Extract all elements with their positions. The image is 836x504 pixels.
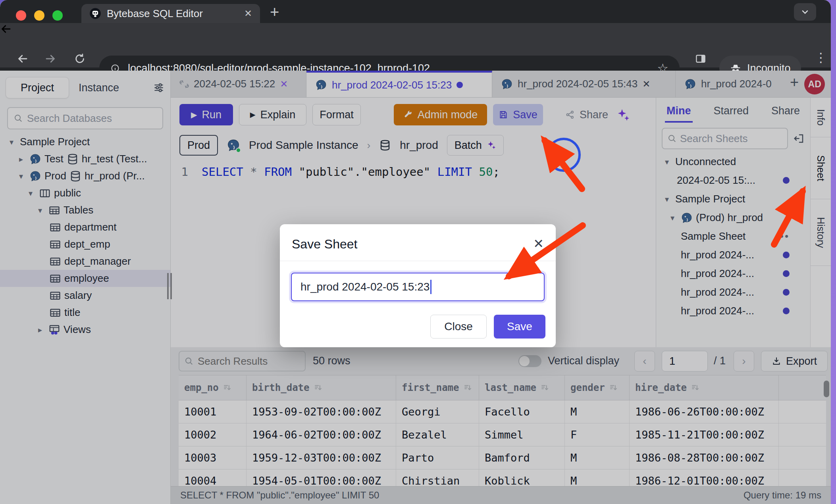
save-sheet-modal: Save Sheet ✕ hr_prod 2024-02-05 15:23 Cl…: [280, 224, 556, 347]
minimize-window-button[interactable]: [34, 10, 44, 21]
modal-title: Save Sheet: [292, 237, 357, 252]
new-tab-button[interactable]: +: [270, 3, 279, 21]
modal-close-icon[interactable]: ✕: [533, 236, 544, 251]
text-cursor: [430, 280, 431, 294]
side-panel-icon[interactable]: [695, 53, 707, 65]
chevron-down-icon: [800, 7, 810, 17]
modal-close-button[interactable]: Close: [430, 315, 487, 339]
browser-menu-kebab[interactable]: ⋮: [815, 50, 827, 65]
window-controls: [16, 10, 63, 21]
modal-save-button[interactable]: Save: [494, 315, 545, 339]
modal-divider: [280, 261, 556, 261]
modal-buttons: Close Save: [430, 315, 545, 339]
sheet-name-input[interactable]: hr_prod 2024-02-05 15:23: [291, 273, 545, 301]
save-label: Save: [507, 320, 532, 333]
bytebase-favicon: [89, 8, 101, 19]
browser-window: Bytebase SQL Editor ✕ + localhost:8080/s…: [0, 0, 831, 504]
tab-search-button[interactable]: [794, 3, 816, 21]
back-button[interactable]: [17, 53, 29, 65]
browser-tab[interactable]: Bytebase SQL Editor ✕: [81, 4, 260, 23]
browser-navbar: localhost:8080/sql-editor/prod-sample-in…: [0, 23, 831, 67]
reload-button[interactable]: [74, 53, 86, 65]
maximize-window-button[interactable]: [52, 10, 63, 21]
sheet-name-value: hr_prod 2024-02-05 15:23: [300, 281, 430, 293]
back-icon[interactable]: [0, 23, 12, 35]
close-tab-icon[interactable]: ✕: [244, 8, 252, 19]
close-window-button[interactable]: [16, 10, 26, 21]
browser-tab-title: Bytebase SQL Editor: [107, 8, 203, 20]
browser-chrome: Bytebase SQL Editor ✕ + localhost:8080/s…: [0, 0, 831, 71]
close-label: Close: [444, 320, 473, 333]
forward-button[interactable]: [44, 53, 56, 65]
